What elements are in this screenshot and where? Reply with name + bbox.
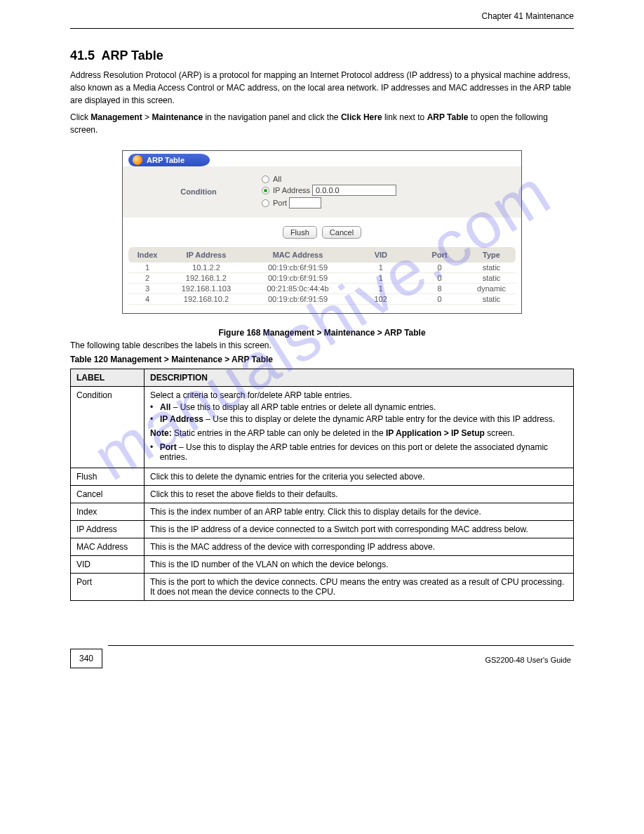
cell-vid: 1 [349, 284, 412, 293]
cell-ip: 10.1.2.2 [166, 263, 246, 272]
radio-port[interactable] [262, 199, 269, 207]
r1-note-t2: screen. [485, 428, 515, 438]
p2-b1: Management [90, 112, 142, 122]
cell-ip: 192.168.1.103 [166, 284, 246, 293]
cell-type: static [467, 274, 516, 282]
flush-button[interactable]: Flush [283, 226, 317, 239]
description-table: LABEL DESCRIPTION Condition Select a cri… [70, 369, 574, 601]
ip-address-input[interactable] [312, 185, 396, 196]
cell-index[interactable]: 4 [128, 295, 166, 303]
desc-row-desc: This is the ID number of the VLAN on whi… [145, 556, 574, 574]
footer-text: GS2200-48 User's Guide [70, 656, 571, 664]
arp-table-header: Index IP Address MAC Address VID Port Ty… [128, 247, 516, 263]
r1-b1-b: All [160, 402, 170, 412]
p2-mid3: link next to [382, 112, 427, 122]
radio-ip-address[interactable] [262, 187, 269, 194]
cell-port: 0 [412, 295, 467, 303]
desc-row-label: Port [71, 574, 145, 601]
r1-b2-t: – Use this to display or delete the dyna… [203, 414, 555, 424]
p2-mid: > [142, 112, 152, 122]
cell-ip: 192.168.10.2 [166, 295, 246, 303]
cell-port: 0 [412, 274, 467, 282]
section-title: 41.5 ARP Table [70, 48, 574, 63]
desc-row-label: Index [71, 503, 145, 521]
p2-mid2: in the navigation panel and click the [203, 112, 341, 122]
radio-ip-label: IP Address [273, 186, 310, 194]
p2-b4: ARP Table [427, 112, 469, 122]
desc-intro: The following table describes the labels… [70, 340, 574, 350]
desc-row-desc: This is the IP address of a device conne… [145, 521, 574, 538]
cell-vid: 102 [349, 295, 412, 303]
p2-prefix: Click [70, 112, 90, 122]
r1-note-b2: IP Application > IP Setup [386, 428, 485, 438]
table-row: 3 192.168.1.103 00:21:85:0c:44:4b 1 8 dy… [128, 284, 516, 294]
col-mac: MAC Address [246, 251, 350, 259]
p2-b3: Click Here [341, 112, 382, 122]
radio-port-label: Port [273, 199, 287, 207]
cell-mac: 00:19:cb:6f:91:59 [246, 295, 350, 303]
desc-header-desc: DESCRIPTION [145, 369, 574, 387]
bullet-icon: • [150, 442, 160, 462]
cell-index[interactable]: 2 [128, 274, 166, 282]
radio-all[interactable] [262, 176, 269, 183]
desc-row-desc: Select a criteria to search for/delete A… [145, 387, 574, 468]
port-input[interactable] [289, 197, 321, 208]
desc-row-desc: Click this to delete the dynamic entries… [145, 468, 574, 486]
table-row: 1 10.1.2.2 00:19:cb:6f:91:59 1 0 static [128, 263, 516, 273]
cell-type: dynamic [467, 284, 516, 293]
desc-table-title-text: Table 120 Management > Maintenance > ARP… [70, 355, 273, 364]
arp-table-screenshot: ARP Table Condition All IP Address Port [122, 150, 522, 314]
bullet-icon: • [150, 402, 160, 412]
panel-title-text: ARP Table [147, 156, 185, 164]
cell-index[interactable]: 3 [128, 284, 166, 293]
cell-mac: 00:19:cb:6f:91:59 [246, 274, 350, 282]
r1-b2-b: IP Address [160, 414, 203, 424]
desc-row-label: Flush [71, 468, 145, 486]
cell-port: 0 [412, 263, 467, 272]
condition-label: Condition [135, 187, 262, 196]
footer-rule [108, 645, 574, 646]
r1-b3-b: Port [160, 442, 177, 452]
col-ip: IP Address [166, 251, 246, 259]
cell-port: 8 [412, 284, 467, 293]
cell-mac: 00:19:cb:6f:91:59 [246, 263, 350, 272]
cell-vid: 1 [349, 274, 412, 282]
desc-row-label: VID [71, 556, 145, 574]
table-row: 4 192.168.10.2 00:19:cb:6f:91:59 102 0 s… [128, 294, 516, 305]
cancel-button[interactable]: Cancel [322, 226, 361, 239]
desc-header-label: LABEL [71, 369, 145, 387]
desc-row-desc: This is the MAC address of the device wi… [145, 538, 574, 556]
radio-all-label: All [273, 175, 281, 183]
cell-vid: 1 [349, 263, 412, 272]
col-index: Index [128, 251, 166, 259]
col-type: Type [467, 251, 516, 259]
r1-note-b: Note: [150, 428, 172, 438]
desc-row-label: MAC Address [71, 538, 145, 556]
section-title-text: ARP Table [101, 48, 163, 62]
header-rule [70, 28, 574, 29]
panel-title-dot-icon [133, 155, 142, 165]
paragraph-1: Address Resolution Protocol (ARP) is a p… [70, 69, 574, 107]
col-port: Port [412, 251, 467, 259]
panel-title-pill: ARP Table [128, 154, 210, 166]
desc-row-label: Condition [71, 387, 145, 468]
section-number: 41.5 [70, 48, 95, 62]
cell-type: static [467, 295, 516, 303]
cell-mac: 00:21:85:0c:44:4b [246, 284, 350, 293]
r1-b3-t: – Use this to display the ARP table entr… [160, 442, 548, 462]
desc-row-label: Cancel [71, 486, 145, 503]
r1-intro: Select a criteria to search for/delete A… [150, 390, 568, 400]
cell-type: static [467, 263, 516, 272]
r1-b1-t: – Use this to display all ARP table entr… [170, 402, 436, 412]
desc-row-desc: This is the index number of an ARP table… [145, 503, 574, 521]
chapter-header: Chapter 41 Maintenance [482, 11, 574, 21]
bullet-icon: • [150, 414, 160, 424]
col-vid: VID [349, 251, 412, 259]
desc-row-label: IP Address [71, 521, 145, 538]
page-number: 340 [70, 649, 102, 668]
desc-row-desc: Click this to reset the above fields to … [145, 486, 574, 503]
desc-table-title: Table 120 Management > Maintenance > ARP… [70, 355, 574, 364]
r1-note-t: Static entries in the ARP table can only… [172, 428, 386, 438]
cell-index[interactable]: 1 [128, 263, 166, 272]
figure-caption: Figure 168 Management > Maintenance > AR… [70, 328, 574, 338]
